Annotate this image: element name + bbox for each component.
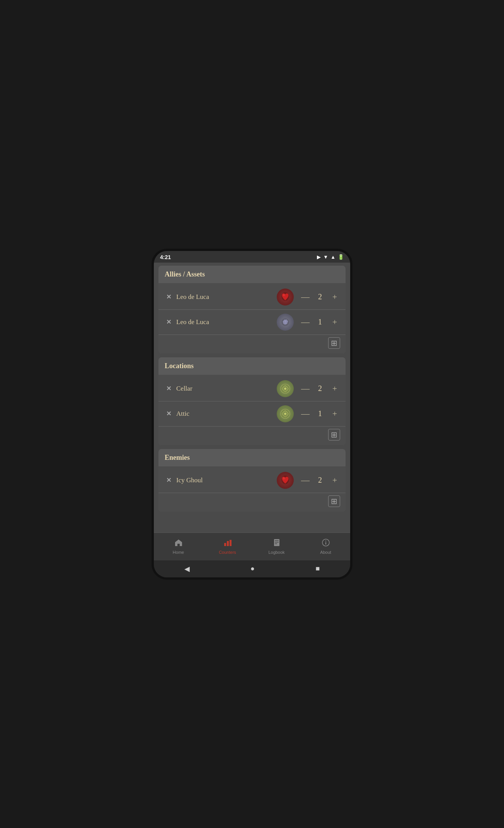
location-0-controls: — 2 + (300, 384, 340, 393)
status-icons: ▶ ▼ ▲ 🔋 (317, 254, 344, 260)
location-row-0: ✕ Cellar — 2 + (158, 376, 346, 401)
add-ally-button[interactable]: ⊞ (328, 337, 340, 349)
nav-home-label: Home (173, 550, 184, 555)
nav-logbook-label: Logbook (268, 550, 284, 555)
bottom-nav: Home Counters Logbook (154, 533, 350, 560)
nav-counters-label: Counters (219, 550, 236, 555)
svg-rect-17 (275, 543, 277, 544)
remove-enemy-0-button[interactable]: ✕ (164, 476, 173, 484)
increment-ally-1-button[interactable]: + (329, 318, 340, 326)
svg-rect-16 (275, 542, 279, 543)
nav-home[interactable]: Home (154, 533, 203, 560)
ally-0-value: 2 (315, 292, 325, 301)
svg-point-19 (325, 541, 326, 541)
ally-0-icon (277, 289, 294, 306)
network-icon: ▲ (330, 254, 335, 260)
enemy-heart-svg (280, 475, 291, 486)
enemies-title: Enemies (165, 454, 190, 461)
ally-1-controls: — 1 + (300, 318, 340, 326)
recents-button[interactable]: ■ (315, 565, 320, 573)
enemy-0-name: Icy Ghoul (176, 476, 274, 484)
signal-icon: ▶ (317, 254, 321, 260)
location-svg-0 (279, 383, 291, 394)
decrement-enemy-0-button[interactable]: — (300, 476, 311, 485)
enemy-0-value: 2 (315, 476, 325, 485)
remove-ally-0-button[interactable]: ✕ (164, 293, 173, 300)
enemies-header: Enemies (158, 449, 346, 466)
decrement-location-0-button[interactable]: — (300, 384, 311, 393)
location-1-name: Attic (176, 410, 274, 418)
ally-0-controls: — 2 + (300, 292, 340, 301)
locations-section: Locations ✕ Cellar (158, 357, 346, 445)
wifi-icon: ▼ (323, 254, 328, 260)
status-bar: 4:21 ▶ ▼ ▲ 🔋 (154, 251, 350, 263)
ally-1-icon (277, 314, 294, 331)
location-1-controls: — 1 + (300, 409, 340, 418)
home-icon (174, 538, 183, 548)
location-0-icon (277, 380, 294, 397)
location-svg-1 (279, 408, 291, 420)
enemies-body: ✕ Icy Ghoul — 2 + (158, 466, 346, 512)
ally-row-0: ✕ Leo de Luca — 2 + (158, 285, 346, 310)
increment-location-1-button[interactable]: + (329, 410, 340, 418)
enemy-0-icon (277, 472, 294, 489)
locations-body: ✕ Cellar — 2 + (158, 375, 346, 445)
add-ally-row: ⊞ (158, 335, 346, 350)
counters-icon (223, 538, 232, 548)
enemies-section: Enemies ✕ Icy Ghoul — (158, 449, 346, 512)
nav-about[interactable]: About (301, 533, 350, 560)
scroll-area: Allies / Assets ✕ Leo de Luca — (154, 263, 350, 533)
status-time: 4:21 (160, 254, 171, 260)
decrement-location-1-button[interactable]: — (300, 410, 311, 418)
location-1-value: 1 (315, 409, 325, 418)
increment-ally-0-button[interactable]: + (329, 293, 340, 301)
add-location-row: ⊞ (158, 427, 346, 442)
brain-svg (280, 317, 291, 328)
ally-1-value: 1 (315, 318, 325, 326)
location-row-1: ✕ Attic — 1 + (158, 401, 346, 427)
nav-logbook[interactable]: Logbook (252, 533, 301, 560)
locations-title: Locations (165, 362, 194, 370)
location-1-icon (277, 405, 294, 422)
ally-row-1: ✕ Leo de Luca — 1 + (158, 310, 346, 335)
location-0-name: Cellar (176, 385, 274, 393)
ally-1-name: Leo de Luca (176, 318, 274, 326)
svg-rect-11 (224, 543, 226, 546)
svg-rect-20 (325, 542, 326, 545)
increment-location-0-button[interactable]: + (329, 384, 340, 393)
allies-body: ✕ Leo de Luca — 2 + (158, 283, 346, 353)
increment-enemy-0-button[interactable]: + (329, 476, 340, 485)
nav-counters[interactable]: Counters (203, 533, 252, 560)
add-enemy-button[interactable]: ⊞ (328, 495, 340, 507)
nav-about-label: About (320, 550, 331, 555)
enemy-0-controls: — 2 + (300, 476, 340, 485)
about-icon (322, 538, 330, 548)
remove-location-0-button[interactable]: ✕ (164, 385, 173, 392)
back-button[interactable]: ◀ (184, 565, 190, 573)
svg-rect-15 (275, 540, 279, 541)
heart-svg (280, 292, 291, 302)
logbook-icon (272, 538, 281, 548)
svg-point-7 (284, 413, 286, 415)
svg-point-4 (284, 388, 286, 390)
decrement-ally-1-button[interactable]: — (300, 318, 311, 326)
decrement-ally-0-button[interactable]: — (300, 293, 311, 301)
device-frame: 4:21 ▶ ▼ ▲ 🔋 Allies / Assets ✕ Leo de Lu… (152, 249, 352, 580)
remove-location-1-button[interactable]: ✕ (164, 410, 173, 417)
svg-point-1 (283, 294, 284, 296)
svg-point-10 (283, 477, 284, 480)
add-enemy-row: ⊞ (158, 493, 346, 509)
enemy-row-0: ✕ Icy Ghoul — 2 + (158, 468, 346, 493)
ally-0-name: Leo de Luca (176, 293, 274, 301)
svg-rect-13 (230, 540, 232, 546)
add-location-button[interactable]: ⊞ (328, 429, 340, 440)
allies-header: Allies / Assets (158, 266, 346, 283)
locations-header: Locations (158, 357, 346, 375)
system-nav: ◀ ● ■ (154, 560, 350, 577)
allies-title: Allies / Assets (165, 270, 205, 278)
home-button[interactable]: ● (250, 565, 255, 573)
allies-section: Allies / Assets ✕ Leo de Luca — (158, 266, 346, 353)
remove-ally-1-button[interactable]: ✕ (164, 318, 173, 326)
battery-icon: 🔋 (338, 254, 344, 260)
svg-rect-12 (227, 541, 229, 546)
